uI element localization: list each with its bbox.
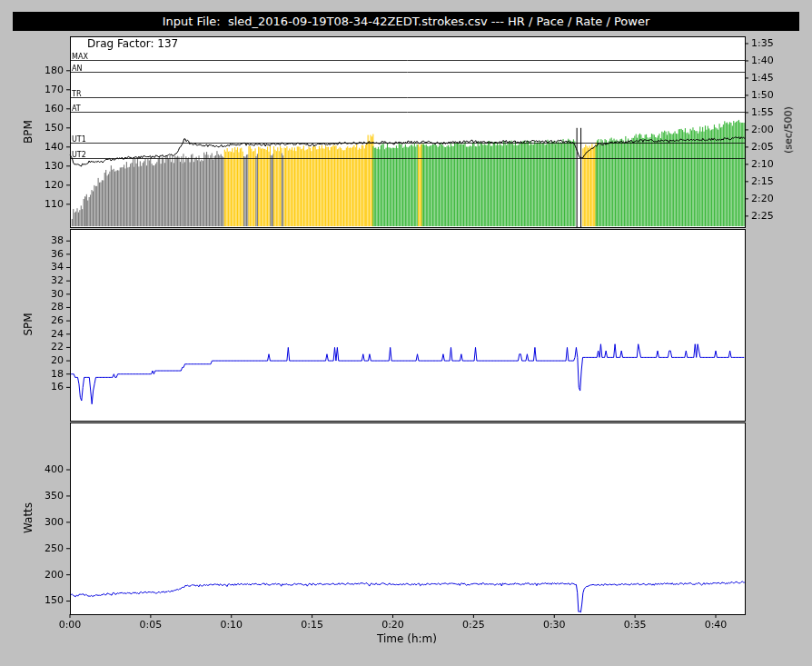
bpm-axis-label: BPM (22, 120, 35, 144)
title-text: Input File: sled_2016-09-19T08-34-42ZEDT… (163, 15, 650, 28)
charts-canvas (0, 0, 812, 666)
drag-factor-annotation: Drag Factor: 137 (87, 37, 178, 50)
time-axis-label: Time (h:m) (377, 632, 437, 645)
pace-axis-label: (sec/500) (783, 106, 795, 154)
watts-axis-label: Watts (22, 502, 35, 533)
figure: Input File: sled_2016-09-19T08-34-42ZEDT… (0, 0, 812, 666)
title-bar: Input File: sled_2016-09-19T08-34-42ZEDT… (13, 12, 799, 31)
spm-axis-label: SPM (22, 313, 35, 335)
